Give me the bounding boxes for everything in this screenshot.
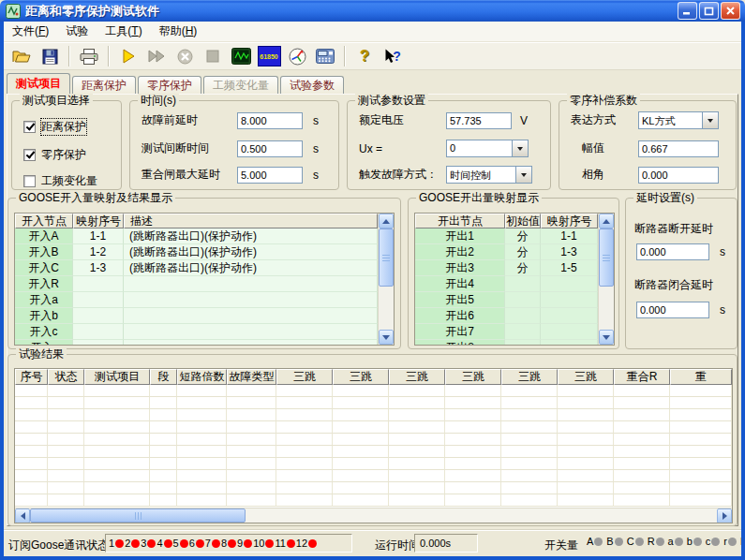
column-header[interactable]: 三跳 <box>333 369 389 385</box>
tab-zero-sequence-protection[interactable]: 零序保护 <box>138 76 201 94</box>
column-header[interactable]: 三跳 <box>276 369 333 385</box>
goose-out-scrollbar[interactable] <box>598 214 614 345</box>
table-row[interactable]: 开入B1-2(跳断路器出口)(保护动作) <box>15 244 378 260</box>
table-cell <box>276 458 333 470</box>
amplitude-input[interactable] <box>638 140 719 157</box>
reclose-max-delay-input[interactable] <box>237 167 303 184</box>
chevron-down-icon[interactable] <box>512 140 528 156</box>
column-header[interactable]: 三跳 <box>445 369 501 385</box>
menu-file[interactable]: 文件(F) <box>4 22 57 41</box>
checkbox-power-frequency-variation[interactable]: 工频变化量 <box>23 174 97 187</box>
scrollbar-track[interactable] <box>246 508 717 523</box>
device-panel-button[interactable] <box>313 45 337 68</box>
table-row[interactable]: 开入a <box>15 292 378 308</box>
checkbox-box[interactable] <box>23 175 36 187</box>
print-button[interactable] <box>77 45 101 68</box>
column-header[interactable]: 重 <box>670 369 732 385</box>
waveform-monitor-button[interactable] <box>229 45 253 68</box>
checkbox-zero-sequence-protection[interactable]: 零序保护 <box>23 148 86 161</box>
tab-test-parameters[interactable]: 试验参数 <box>280 76 344 94</box>
start-test-button[interactable] <box>116 45 141 68</box>
table-cell <box>614 482 670 494</box>
column-header[interactable]: 三跳 <box>501 369 558 385</box>
breaker-close-delay-input[interactable] <box>636 302 709 318</box>
column-header[interactable]: 短路倍数 <box>177 369 227 385</box>
context-help-button[interactable]: ? <box>380 45 405 68</box>
scrollbar-track[interactable] <box>379 287 394 330</box>
column-header[interactable]: 段 <box>150 369 177 385</box>
checkbox-distance-protection[interactable]: 距离保护 <box>23 120 86 133</box>
table-row[interactable]: 开出6 <box>415 308 598 324</box>
table-row[interactable]: 开入c <box>15 324 378 340</box>
ux-select[interactable]: 0 <box>446 140 529 157</box>
table-cell <box>48 458 84 470</box>
column-header[interactable]: 映射序号 <box>541 214 598 228</box>
expression-mode-select[interactable]: KL方式 <box>638 111 719 129</box>
tab-distance-protection[interactable]: 距离保护 <box>72 76 136 94</box>
column-header[interactable]: 初始值 <box>505 214 541 228</box>
column-header[interactable]: 序号 <box>15 369 48 385</box>
checkbox-box[interactable] <box>23 121 36 133</box>
column-header[interactable]: 开出节点 <box>415 214 505 228</box>
goose-in-scrollbar[interactable] <box>378 214 394 345</box>
table-cell: 开入b <box>15 308 73 324</box>
menu-test[interactable]: 试验 <box>57 22 97 41</box>
scrollbar-thumb[interactable] <box>599 228 614 287</box>
column-header[interactable]: 重合R <box>614 369 670 385</box>
column-header[interactable]: 测试项目 <box>84 369 150 385</box>
chevron-down-icon[interactable] <box>702 112 718 128</box>
column-header[interactable]: 三跳 <box>389 369 445 385</box>
close-button[interactable] <box>721 2 740 20</box>
scroll-left-icon[interactable] <box>15 508 30 523</box>
table-row[interactable]: 开出7 <box>415 324 598 340</box>
menu-tools[interactable]: 工具(T) <box>97 22 150 41</box>
table-row[interactable]: 开出2分1-3 <box>415 244 598 260</box>
scroll-down-icon[interactable] <box>379 330 394 345</box>
column-header[interactable]: 描述 <box>124 214 378 228</box>
scroll-up-icon[interactable] <box>379 214 394 228</box>
scrollbar-track[interactable] <box>599 287 614 330</box>
minimize-button[interactable] <box>678 2 697 20</box>
table-row[interactable]: 开入b <box>15 308 378 324</box>
trigger-mode-select[interactable]: 时间控制 <box>446 166 532 184</box>
scroll-down-icon[interactable] <box>599 330 614 345</box>
scrollbar-thumb[interactable] <box>30 508 246 523</box>
context-help-icon: ? <box>393 49 401 64</box>
column-header[interactable]: 映射序号 <box>73 214 124 228</box>
maximize-button[interactable] <box>699 2 719 20</box>
pre-fault-delay-input[interactable] <box>237 112 303 129</box>
open-file-button[interactable] <box>9 45 34 68</box>
table-row[interactable]: 开出5 <box>415 292 598 308</box>
save-button[interactable] <box>37 45 62 68</box>
toolbar-separator <box>68 46 70 66</box>
table-row[interactable]: 开出1分1-1 <box>415 228 598 244</box>
table-cell <box>389 421 445 434</box>
table-row[interactable]: 开入C1-3(跳断路器出口)(保护动作) <box>15 260 378 276</box>
scroll-right-icon[interactable] <box>717 508 732 523</box>
table-row[interactable]: 开入r <box>15 340 378 345</box>
column-header[interactable]: 故障类型 <box>227 369 276 385</box>
menu-help[interactable]: 帮助(H) <box>151 22 206 41</box>
scroll-up-icon[interactable] <box>599 214 614 228</box>
rated-voltage-input[interactable] <box>446 112 512 129</box>
table-row[interactable]: 开出3分1-5 <box>415 260 598 276</box>
help-button[interactable]: ? <box>352 45 377 68</box>
phase-angle-input[interactable] <box>638 167 719 184</box>
red-status-dot-icon <box>244 539 252 548</box>
table-row[interactable]: 开出8 <box>415 340 598 345</box>
table-row[interactable]: 开出4 <box>415 276 598 292</box>
column-header[interactable]: 三跳 <box>558 369 614 385</box>
phasor-view-button[interactable] <box>285 45 309 68</box>
scrollbar-thumb[interactable] <box>379 228 394 287</box>
iec-61850-button[interactable]: 61850 <box>257 45 281 68</box>
table-row[interactable]: 开入R <box>15 276 378 292</box>
column-header[interactable]: 状态 <box>48 369 84 385</box>
tab-test-items[interactable]: 测试项目 <box>7 73 70 94</box>
table-row[interactable]: 开入A1-1(跳断路器出口)(保护动作) <box>15 228 378 244</box>
results-hscrollbar[interactable] <box>15 508 732 523</box>
chevron-down-icon[interactable] <box>515 167 531 183</box>
test-interval-input[interactable] <box>237 140 303 157</box>
checkbox-box[interactable] <box>23 149 36 161</box>
breaker-open-delay-input[interactable] <box>636 243 709 260</box>
column-header[interactable]: 开入节点 <box>15 214 73 228</box>
